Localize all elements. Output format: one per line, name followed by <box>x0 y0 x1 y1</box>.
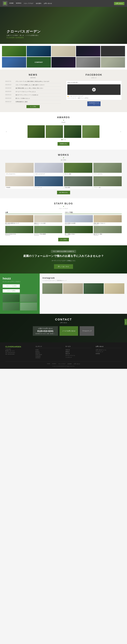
work-item-3[interactable]: 和モダン庭園 <box>64 163 92 175</box>
awards-items <box>8 125 118 138</box>
header-contact-button[interactable]: お問い合わせ <box>114 2 124 5</box>
news-item-7[interactable]: 2019.02.10 冬季特別割引のご案内 <box>5 101 61 104</box>
gallery-item-1[interactable] <box>2 46 26 56</box>
work-item-4[interactable]: グリーンガーデン <box>94 163 122 175</box>
footer-link-works[interactable]: WORKS <box>36 351 62 352</box>
news-text-3: 施工事例を更新しました 新しい作品をご覧ください <box>16 87 44 89</box>
footer-service-4[interactable]: ガーデンリフォーム <box>66 355 92 356</box>
work-item-6[interactable]: ウッドデッキ <box>35 176 63 189</box>
carousel-prev-arrow[interactable]: ‹ <box>5 130 8 134</box>
gallery-item-3[interactable] <box>52 46 76 56</box>
news-item-5[interactable]: 2019.04.15 春のガーデニングキャンペーンのお知らせ <box>5 94 61 97</box>
houzz-photo-1[interactable] <box>3 294 20 302</box>
footer-col-title-2: サービス <box>66 346 92 348</box>
footer-contact-form[interactable]: お問い合わせフォーム <box>96 349 122 351</box>
gallery-item-company[interactable]: COMPANY <box>27 57 51 68</box>
gallery-item-2[interactable] <box>27 46 51 56</box>
footer-service-col: サービス 外構工事 庭園設計 植栽工事 ガーデンリフォーム メンテナンス <box>66 346 92 359</box>
footer-link-contact[interactable]: CONTACT <box>36 357 62 358</box>
award-item-1[interactable] <box>28 125 45 138</box>
work-item-5[interactable]: 洋風庭園 <box>5 176 34 189</box>
dot-2[interactable] <box>63 139 64 140</box>
nav-blog[interactable]: スタッフブログ <box>24 2 34 4</box>
footer-link-home[interactable]: HOME <box>36 349 62 350</box>
work-item-7[interactable]: 石積み庭園 <box>64 176 92 189</box>
awards-more-button[interactable]: 受賞歴を見る <box>58 142 70 146</box>
footer-bottom-nav: HOME WORKS スタッフブログ 会社案内 お問い合わせ <box>5 363 122 364</box>
insta-photo-4[interactable] <box>104 283 124 294</box>
nav-contact[interactable]: お問い合わせ <box>44 2 52 4</box>
blog-post-date-g1: 2019.07.01 <box>5 224 33 225</box>
news-item-2[interactable]: 2019.06.15 スタッフブログを更新しました 夏のお庭づくりのコツ <box>5 84 61 87</box>
carousel-next-arrow[interactable]: › <box>120 130 122 134</box>
news-item-6[interactable]: 2019.03.20 新スタッフが加わりました <box>5 98 61 100</box>
footer-link-company[interactable]: COMPANY <box>36 356 62 357</box>
blog-post-g2[interactable]: 植栽のポイントをご紹介 2019.06.20 <box>34 215 62 225</box>
houzz-review-button[interactable]: レビューを見る <box>3 289 20 292</box>
blog-divider <box>5 206 122 207</box>
gallery-item-5[interactable] <box>101 46 125 56</box>
footer-link-awards[interactable]: AWARDS <box>36 352 62 354</box>
footer-access-map[interactable]: アクセスマップ <box>96 351 122 352</box>
work-item-1[interactable]: ナチュラルガーデン <box>5 163 34 175</box>
blog-post-g3[interactable]: 緑のある生活のすすめ 2019.06.10 <box>5 226 33 236</box>
footer-bottom-contact[interactable]: お問い合わせ <box>74 363 80 364</box>
gallery-item-10[interactable] <box>101 57 125 68</box>
works-more-button[interactable]: 施工事例を見る <box>57 191 70 194</box>
footer-bottom-home[interactable]: HOME <box>47 363 50 364</box>
footer-bottom-works[interactable]: WORKS <box>52 363 56 364</box>
blog-more-button[interactable]: もっと見る <box>58 238 69 241</box>
houzz-photos <box>3 294 37 310</box>
play-button-icon[interactable]: ▶ <box>92 88 96 92</box>
gallery-item-8[interactable] <box>52 57 76 68</box>
insta-photo-2[interactable] <box>63 283 83 294</box>
houzz-photo-3[interactable] <box>3 302 20 310</box>
blog-post-d1[interactable]: 先日の現場での出来事 2019.07.02 <box>65 215 93 225</box>
hero-section: クローバスガーデン お庭づくりの喜び、楽しみ、いつでも皆様の傍ら CLOVER … <box>0 7 127 44</box>
facebook-preview[interactable]: クローバーガーデン ▶ 👍 いいね！ ● コメント ● シェア クローバーガーデ… <box>66 81 122 100</box>
site-logo[interactable] <box>3 1 8 6</box>
gallery-item-4[interactable] <box>76 46 100 56</box>
contact-map-button[interactable]: アクセスマップ <box>80 326 94 336</box>
blog-post-d3[interactable]: 新しい植物との出会い 2019.06.15 <box>65 226 93 236</box>
gallery-item-6[interactable] <box>2 57 26 68</box>
news-more-button[interactable]: もっと見る <box>26 105 40 108</box>
award-item-2[interactable] <box>46 125 63 138</box>
nav-works[interactable]: WORKS <box>16 2 21 4</box>
facebook-follow-button[interactable]: Facebookをフォロー <box>87 102 100 106</box>
news-item-4[interactable]: 2019.05.20 ホームページをリニューアルしました <box>5 91 61 94</box>
footer-service-2[interactable]: 庭園設計 <box>66 351 92 352</box>
news-date-1: 2019.07.01 <box>5 81 14 82</box>
footer-recruit[interactable]: 採用情報 <box>96 353 122 354</box>
award-item-3[interactable] <box>64 125 81 138</box>
insta-photo-3[interactable] <box>84 283 104 294</box>
nav-home[interactable]: HOME <box>10 2 14 4</box>
houzz-profile-button[interactable]: プロフィールを見る <box>3 284 20 288</box>
houzz-photo-4[interactable] <box>20 302 37 310</box>
footer-service-3[interactable]: 植栽工事 <box>66 353 92 354</box>
insta-photo-1[interactable] <box>42 283 62 294</box>
cta-button[interactable]: 詳しくはこちら <box>54 264 73 269</box>
work-item-8[interactable]: リフォーム庭 <box>94 176 122 189</box>
award-item-4[interactable] <box>82 125 100 138</box>
gallery-item-9[interactable] <box>76 57 100 68</box>
blog-post-g1[interactable]: 夏のお庭の管理方法について 2019.07.01 <box>5 215 33 225</box>
facebook-video[interactable]: ▶ <box>67 84 120 95</box>
news-item-1[interactable]: 2019.07.01 グランドオープンのご案内 皆様のご来店をお待ちしております <box>5 81 61 83</box>
dot-1[interactable] <box>62 139 62 140</box>
footer-service-5[interactable]: メンテナンス <box>66 357 92 358</box>
dot-3[interactable] <box>65 139 66 140</box>
footer-link-blog[interactable]: STAFF BLOG <box>36 354 62 355</box>
news-item-3[interactable]: 2019.05.30 施工事例を更新しました 新しい作品をご覧ください <box>5 87 61 90</box>
footer-bottom-blog[interactable]: スタッフブログ <box>58 363 66 364</box>
blog-post-d4[interactable]: 施工完了のご報告 2019.06.05 <box>94 226 122 236</box>
footer-service-1[interactable]: 外構工事 <box>66 349 92 351</box>
blog-post-g4[interactable]: ガーデニング初心者講座 2019.05.30 <box>34 226 62 236</box>
blog-post-d2[interactable]: 研修に参加してきました 2019.06.25 <box>94 215 122 225</box>
contact-form-button[interactable]: メールでお問い合わせ <box>60 326 78 336</box>
houzz-photo-2[interactable] <box>20 294 37 302</box>
work-item-2[interactable]: モダンエクステリア <box>35 163 63 175</box>
nav-company[interactable]: 会社案内 <box>36 2 42 4</box>
footer-bottom-company[interactable]: 会社案内 <box>68 363 72 364</box>
scroll-indicator[interactable]: ▲ TOP <box>124 319 127 325</box>
